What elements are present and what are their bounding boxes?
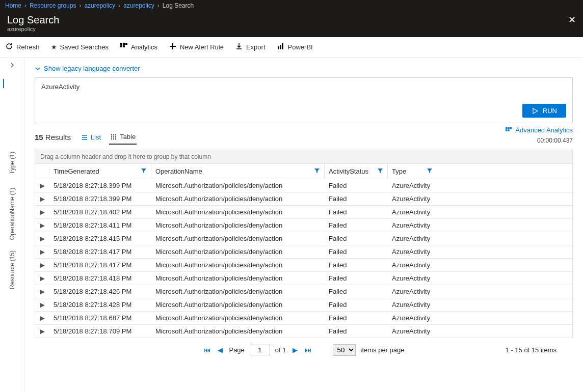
svg-point-15 [115,134,116,135]
table-row[interactable]: ▶5/18/2018 8:27:18.709 PMMicrosoft.Autho… [35,325,572,338]
refresh-icon [5,42,13,52]
refresh-button[interactable]: Refresh [5,42,40,52]
powerbi-button[interactable]: PowerBI [277,42,313,52]
svg-rect-0 [120,43,122,45]
crumb-home[interactable]: Home [5,2,21,9]
page-subtitle: azurepolicy [7,26,59,32]
expand-row-icon[interactable]: ▶ [40,327,45,335]
svg-point-13 [111,134,112,135]
svg-rect-7 [282,43,283,49]
group-by-dropzone[interactable]: Drag a column header and drop it here to… [35,150,573,164]
svg-rect-3 [120,45,122,47]
svg-rect-10 [510,127,512,129]
chevron-down-icon [35,66,41,72]
play-icon [532,107,539,115]
svg-rect-2 [125,43,127,45]
col-timegenerated[interactable]: TimeGenerated [49,164,151,179]
legacy-converter-link[interactable]: Show legacy language converter [35,65,573,72]
table-row[interactable]: ▶5/18/2018 8:27:18.399 PMMicrosoft.Autho… [35,192,572,206]
table-row[interactable]: ▶5/18/2018 8:27:18.411 PMMicrosoft.Autho… [35,219,572,232]
col-type[interactable]: Type [388,164,437,179]
table-row[interactable]: ▶5/18/2018 8:27:18.402 PMMicrosoft.Autho… [35,206,572,219]
expand-row-icon[interactable]: ▶ [40,261,45,269]
svg-rect-6 [280,45,281,49]
expand-row-icon[interactable]: ▶ [40,182,45,189]
expand-row-icon[interactable]: ▶ [40,274,45,282]
pager-page-input[interactable] [250,345,270,355]
run-button[interactable]: RUN [522,104,566,118]
pager-prev-icon[interactable]: ◀ [217,346,224,354]
pager: ⏮ ◀ Page of 1 ▶ ⏭ 50 items per page 1 - … [35,338,573,358]
svg-rect-8 [506,127,508,129]
results-grid: TimeGenerated OperationName ActivityStat… [35,164,573,338]
pager-first-icon[interactable]: ⏮ [203,346,211,354]
svg-point-17 [113,136,114,137]
table-row[interactable]: ▶5/18/2018 8:27:18.428 PMMicrosoft.Autho… [35,298,572,312]
expand-row-icon[interactable]: ▶ [40,248,45,256]
crumb-log-search: Log Search [163,2,194,9]
results-count: 15 Results [35,133,71,142]
svg-rect-5 [278,46,279,49]
facet-resource[interactable]: Resource (15) [9,250,16,289]
svg-point-16 [111,136,112,137]
view-list-button[interactable]: List [80,130,102,145]
pager-last-icon[interactable]: ⏭ [304,346,312,354]
svg-point-18 [115,136,116,137]
table-row[interactable]: ▶5/18/2018 8:27:18.417 PMMicrosoft.Autho… [35,245,572,259]
download-icon [235,42,243,52]
filter-icon[interactable] [427,167,433,175]
pager-next-icon[interactable]: ▶ [292,346,299,354]
table-row[interactable]: ▶5/18/2018 8:27:18.415 PMMicrosoft.Autho… [35,232,572,245]
expand-row-icon[interactable]: ▶ [40,221,45,229]
svg-rect-1 [123,43,125,45]
pager-summary: 1 - 15 of 15 items [506,346,556,354]
svg-rect-4 [123,45,125,47]
expand-row-icon[interactable]: ▶ [40,195,45,203]
query-editor[interactable]: AzureActivity RUN [35,77,573,123]
grid-header: TimeGenerated OperationName ActivityStat… [35,164,572,179]
facet-rail: Type (1) OperationName (1) Resource (15) [0,58,24,392]
expand-row-icon[interactable]: ▶ [40,301,45,309]
export-button[interactable]: Export [235,42,266,52]
svg-point-14 [113,134,114,135]
facet-operation[interactable]: OperationName (1) [9,188,16,240]
expand-rail-button[interactable] [0,58,24,73]
table-row[interactable]: ▶5/18/2018 8:27:18.687 PMMicrosoft.Autho… [35,312,572,325]
star-icon: ★ [51,43,57,51]
close-button[interactable]: ✕ [568,14,576,25]
analytics-button[interactable]: Analytics [120,42,157,52]
svg-point-21 [115,138,116,139]
crumb-resource-groups[interactable]: Resource groups [30,2,76,9]
facet-type[interactable]: Type (1) [9,152,16,174]
analytics-icon [120,42,128,52]
svg-point-20 [113,138,114,139]
filter-icon[interactable] [141,167,147,175]
query-text[interactable]: AzureActivity [41,83,566,91]
table-row[interactable]: ▶5/18/2018 8:27:18.418 PMMicrosoft.Autho… [35,272,572,285]
svg-point-19 [111,138,112,139]
expand-row-icon[interactable]: ▶ [40,314,45,322]
col-activitystatus[interactable]: ActivityStatus [325,164,388,179]
expand-row-icon[interactable]: ▶ [40,208,45,216]
pager-pagesize-select[interactable]: 50 [333,344,356,356]
table-row[interactable]: ▶5/18/2018 8:27:18.417 PMMicrosoft.Autho… [35,259,572,272]
title-bar: Log Search azurepolicy ✕ [0,11,583,37]
expand-row-icon[interactable]: ▶ [40,235,45,242]
saved-searches-button[interactable]: ★ Saved Searches [51,43,109,51]
new-alert-rule-button[interactable]: New Alert Rule [169,42,224,52]
table-row[interactable]: ▶5/18/2018 8:27:18.399 PMMicrosoft.Autho… [35,179,572,192]
view-table-button[interactable]: Table [109,130,137,145]
crumb-azurepolicy-2[interactable]: azurepolicy [123,2,154,9]
filter-icon[interactable] [377,167,383,175]
table-icon [110,133,117,141]
powerbi-icon [277,42,285,52]
list-icon [81,134,88,141]
plus-icon [169,42,177,52]
crumb-azurepolicy-1[interactable]: azurepolicy [84,2,115,9]
toolbar: Refresh ★ Saved Searches Analytics New A… [0,37,583,58]
filter-icon[interactable] [314,167,320,175]
col-operationname[interactable]: OperationName [151,164,325,179]
table-row[interactable]: ▶5/18/2018 8:27:18.426 PMMicrosoft.Autho… [35,285,572,298]
breadcrumb: Home› Resource groups› azurepolicy› azur… [0,0,583,11]
expand-row-icon[interactable]: ▶ [40,288,45,295]
